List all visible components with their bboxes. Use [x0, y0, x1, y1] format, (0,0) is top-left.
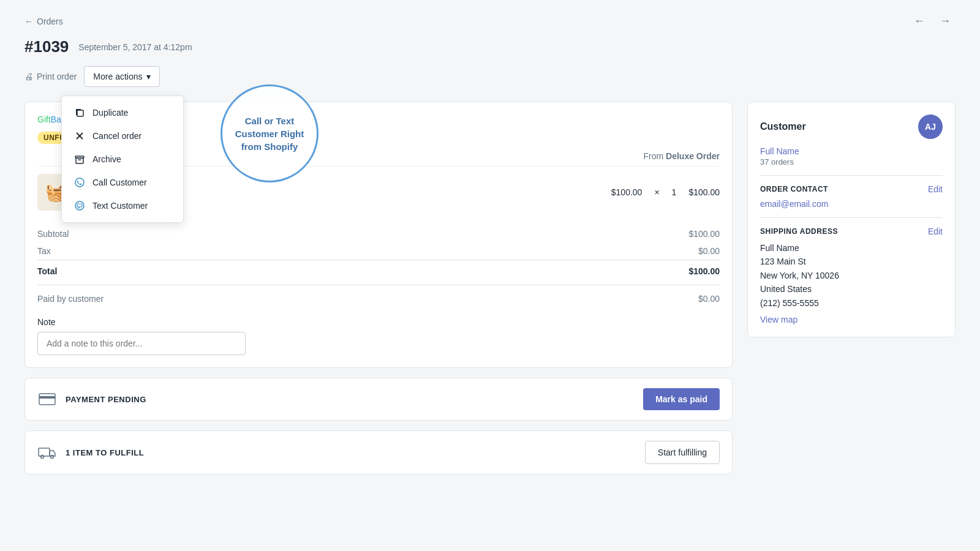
address-line-1: Full Name	[760, 241, 943, 255]
customer-card: Customer AJ Full Name 37 orders ORDER CO…	[747, 102, 956, 337]
payment-card: PAYMENT PENDING Mark as paid	[24, 378, 733, 421]
shipping-address-label: SHIPPING ADDRESS	[760, 227, 838, 236]
line-quantity: 1	[672, 187, 677, 197]
right-column: Customer AJ Full Name 37 orders ORDER CO…	[747, 102, 956, 474]
from-value: Deluxe Order	[666, 151, 720, 161]
text-customer-label: Text Customer	[92, 201, 148, 211]
svg-point-5	[75, 201, 84, 210]
subtotal-row: Subtotal $100.00	[37, 225, 720, 242]
svg-rect-6	[77, 204, 82, 207]
address-line-3: New York, NY 10026	[760, 269, 943, 282]
duplicate-label: Duplicate	[92, 108, 128, 118]
cancel-order-label: Cancel order	[92, 131, 141, 141]
fulfill-status: 1 ITEM TO FULFILL	[66, 448, 144, 457]
tax-row: Tax $0.00	[37, 242, 720, 260]
archive-label: Archive	[92, 154, 121, 164]
address-line-4: United States	[760, 282, 943, 296]
total-row: Total $100.00	[37, 260, 720, 280]
annotation-text: Call or Text Customer Right from Shopify	[222, 107, 317, 160]
start-fulfilling-button[interactable]: Start fulfilling	[645, 441, 720, 464]
order-contact-header: ORDER CONTACT Edit	[760, 184, 943, 194]
svg-rect-9	[39, 448, 50, 456]
totals-divider	[37, 285, 720, 285]
shipping-address: Full Name 123 Main St New York, NY 10026…	[760, 241, 943, 310]
order-line-details: $100.00 × 1 $100.00	[611, 187, 720, 197]
customer-info: Full Name 37 orders	[760, 146, 943, 167]
print-order-button[interactable]: 🖨 Print order	[24, 72, 77, 81]
call-customer-icon	[74, 177, 85, 188]
total-value: $100.00	[688, 266, 720, 276]
address-line-2: 123 Main St	[760, 255, 943, 268]
cancel-order-icon	[74, 130, 85, 141]
print-label: Print order	[37, 72, 77, 81]
customer-title: Customer	[760, 121, 806, 132]
contact-email[interactable]: email@email.com	[760, 199, 943, 209]
customer-name[interactable]: Full Name	[760, 146, 943, 156]
payment-card-left: PAYMENT PENDING	[37, 389, 146, 409]
note-section: Note	[37, 317, 720, 355]
back-to-orders[interactable]: ← Orders	[24, 17, 63, 26]
tax-label: Tax	[37, 246, 51, 256]
back-label: Orders	[37, 17, 63, 26]
order-number: #1039	[24, 37, 69, 56]
section-divider-2	[760, 217, 943, 218]
customer-card-header: Customer AJ	[760, 114, 943, 139]
section-divider-1	[760, 175, 943, 176]
print-icon: 🖨	[24, 72, 33, 81]
avatar: AJ	[918, 114, 943, 139]
text-customer-icon	[74, 200, 85, 211]
svg-rect-7	[39, 394, 55, 405]
total-label: Total	[37, 266, 57, 276]
dropdown-item-text-customer[interactable]: Text Customer	[62, 194, 183, 217]
order-contact-label: ORDER CONTACT	[760, 185, 828, 193]
svg-rect-0	[77, 110, 83, 116]
next-order-button[interactable]: →	[935, 12, 956, 30]
more-actions-button[interactable]: More actions ▾	[84, 66, 159, 87]
tax-value: $0.00	[698, 246, 720, 256]
payment-icon	[37, 389, 57, 409]
svg-point-4	[75, 178, 84, 187]
totals-section: Subtotal $100.00 Tax $0.00 Total $100.00…	[37, 225, 720, 307]
order-contact-edit-button[interactable]: Edit	[928, 184, 943, 194]
fulfill-card-left: 1 ITEM TO FULFILL	[37, 443, 144, 462]
view-map-link[interactable]: View map	[760, 315, 797, 324]
more-actions-dropdown: Duplicate Cancel order	[61, 96, 184, 223]
archive-icon	[74, 154, 85, 165]
line-price: $100.00	[611, 187, 643, 197]
dropdown-item-duplicate[interactable]: Duplicate	[62, 101, 183, 124]
svg-rect-8	[39, 396, 55, 399]
annotation-circle: Call or Text Customer Right from Shopify	[221, 84, 318, 182]
paid-label: Paid by customer	[37, 294, 104, 304]
paid-row: Paid by customer $0.00	[37, 290, 720, 307]
order-date: September 5, 2017 at 4:12pm	[78, 42, 192, 52]
dropdown-caret-icon: ▾	[146, 72, 151, 81]
more-actions-label: More actions	[93, 72, 142, 81]
paid-value: $0.00	[698, 294, 720, 304]
duplicate-icon	[74, 107, 85, 118]
prev-order-button[interactable]: ←	[909, 12, 930, 30]
subtotal-label: Subtotal	[37, 229, 69, 239]
dropdown-item-cancel-order[interactable]: Cancel order	[62, 124, 183, 148]
subtotal-value: $100.00	[688, 229, 720, 239]
brand-gift: Gift	[37, 114, 51, 124]
dropdown-item-archive[interactable]: Archive	[62, 148, 183, 171]
back-arrow-icon: ←	[24, 17, 33, 26]
shipping-address-header: SHIPPING ADDRESS Edit	[760, 227, 943, 236]
order-header: #1039 September 5, 2017 at 4:12pm	[24, 37, 956, 56]
line-total: $100.00	[688, 187, 720, 197]
truck-icon	[37, 443, 57, 462]
mark-as-paid-button[interactable]: Mark as paid	[643, 388, 720, 410]
payment-status: PAYMENT PENDING	[66, 395, 146, 404]
svg-point-11	[51, 455, 54, 459]
address-line-5: (212) 555-5555	[760, 296, 943, 310]
order-toolbar: 🖨 Print order More actions ▾ Duplicate	[24, 66, 956, 87]
from-label: From	[644, 151, 664, 161]
svg-point-10	[41, 455, 44, 459]
customer-orders: 37 orders	[760, 157, 943, 167]
fulfill-card: 1 ITEM TO FULFILL Start fulfilling	[24, 430, 733, 474]
order-navigation: ← →	[909, 12, 956, 30]
note-input[interactable]	[37, 332, 246, 355]
call-customer-label: Call Customer	[92, 178, 147, 187]
dropdown-item-call-customer[interactable]: Call Customer	[62, 171, 183, 194]
shipping-address-edit-button[interactable]: Edit	[928, 227, 943, 236]
